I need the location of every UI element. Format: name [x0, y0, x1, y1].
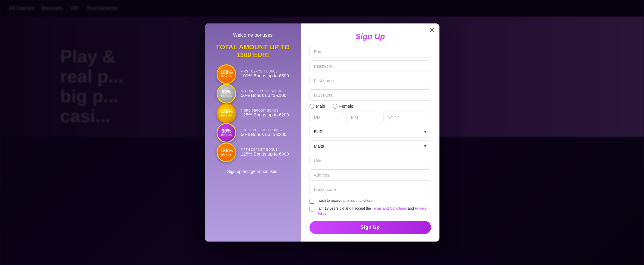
terms-checkbox-label[interactable]: I am 18 years old and I accept the Terms…	[317, 206, 431, 216]
bonus-percent-4: 50%	[222, 129, 231, 134]
bonus-badge-label-3: BONUS	[221, 114, 232, 117]
birthdate-yyyy-input[interactable]	[384, 112, 431, 123]
gender-male-radio[interactable]	[310, 104, 314, 109]
bonus-deposit-label-4: FOURTH DEPOSIT BONUS	[241, 128, 289, 132]
bonus-badge-label-5: BONUS	[221, 153, 232, 156]
signup-button[interactable]: Sign Up	[310, 221, 431, 234]
bonus-deposit-label-5: FIFTH DEPOSIT BONUS	[241, 148, 289, 151]
gender-male-text: Male	[316, 104, 325, 109]
bonus-badge-3: 125% BONUS	[217, 103, 236, 123]
terms-text-before: I am 18 years old and I accept the	[317, 206, 372, 211]
bonus-item-2: 50% BONUS SECOND DEPOSIT BONUS 50% Bonus…	[217, 84, 289, 103]
bonus-deposit-label-2: SECOND DEPOSIT BONUS	[241, 89, 289, 93]
signup-modal: Welcome bonuses TOTAL AMOUNT UP TO 1300 …	[205, 23, 439, 242]
terms-text-and: and	[407, 206, 415, 211]
gender-male-label[interactable]: Male	[310, 104, 325, 109]
bonus-item-3: 125% BONUS THIRD DEPOSIT BONUS 125% Bonu…	[217, 103, 289, 123]
bonus-amount-text-1: 100% Bonus up to €500	[241, 73, 289, 78]
bonus-text-1: FIRST DEPOSIT BONUS 100% Bonus up to €50…	[241, 70, 289, 78]
city-input[interactable]	[310, 155, 431, 166]
gender-female-label[interactable]: Female	[333, 104, 353, 109]
bonus-percent-2: 50%	[222, 90, 231, 94]
password-input[interactable]	[310, 60, 431, 72]
birthdate-dd-input[interactable]	[310, 112, 344, 123]
birthdate-row	[310, 112, 431, 123]
address-input[interactable]	[310, 169, 431, 181]
lastname-input[interactable]	[310, 89, 431, 101]
bonus-badge-5: 125% BONUS	[217, 143, 236, 162]
gender-group: Male Female	[310, 104, 431, 109]
bonus-badge-2: 50% BONUS	[217, 84, 236, 103]
currency-wrapper: EURUSDGBP ▼	[310, 126, 431, 137]
email-input[interactable]	[310, 46, 431, 57]
city-group	[310, 155, 431, 166]
bonus-deposit-label-1: FIRST DEPOSIT BONUS	[241, 70, 289, 73]
birthdate-mm-input[interactable]	[347, 112, 381, 123]
welcome-title: Welcome bonuses	[233, 32, 273, 38]
bonus-text-2: SECOND DEPOSIT BONUS 50% Bonus up to €10…	[241, 89, 289, 98]
signup-title: Sign Up	[310, 32, 431, 41]
bonus-text-5: FIFTH DEPOSIT BONUS 125% Bonus up to €30…	[241, 148, 289, 156]
bonus-amount-text-4: 50% Bonus up to €200	[241, 132, 289, 137]
gender-female-text: Female	[339, 104, 353, 109]
postal-group	[310, 184, 431, 195]
postal-input[interactable]	[310, 184, 431, 195]
welcome-amount: TOTAL AMOUNT UP TO 1300 EUR!	[212, 43, 294, 59]
bonus-amount-text-5: 125% Bonus up to €300	[241, 151, 289, 156]
bonus-percent-3: 125%	[220, 109, 233, 114]
lastname-group	[310, 89, 431, 101]
password-group	[310, 60, 431, 72]
bonus-amount-text-2: 50% Bonus up to €100	[241, 93, 289, 98]
address-group	[310, 169, 431, 181]
modal-right-panel: ✕ Sign Up Male Femal	[301, 23, 439, 242]
bonus-percent-1: 100%	[220, 70, 233, 75]
email-group	[310, 46, 431, 57]
firstname-input[interactable]	[310, 75, 431, 86]
bonus-item-4: 50% BONUS FOURTH DEPOSIT BONUS 50% Bonus…	[217, 123, 289, 143]
promo-checkbox-group: I wish to receive promotional offers	[310, 198, 431, 204]
bonus-badge-label-4: BONUS	[221, 134, 232, 137]
bonus-percent-5: 125%	[220, 148, 233, 153]
terms-checkbox-group: I am 18 years old and I accept the Terms…	[310, 206, 431, 216]
bonus-list: 100% BONUS FIRST DEPOSIT BONUS 100% Bonu…	[217, 64, 289, 162]
bonus-badge-label-1: BONUS	[221, 75, 232, 78]
modal-overlay: Welcome bonuses TOTAL AMOUNT UP TO 1300 …	[0, 0, 644, 265]
bonus-amount-text-3: 125% Bonus up to €200	[241, 112, 289, 117]
bonus-deposit-label-3: THIRD DEPOSIT BONUS	[241, 109, 289, 112]
currency-select[interactable]: EURUSDGBP	[310, 126, 431, 137]
bonus-badge-label-2: BONUS	[221, 94, 232, 97]
modal-left-panel: Welcome bonuses TOTAL AMOUNT UP TO 1300 …	[205, 23, 301, 242]
country-wrapper: MaltaUnited KingdomGermanyFrance ▼	[310, 140, 431, 152]
promo-checkbox-label[interactable]: I wish to receive promotional offers	[317, 198, 372, 203]
gender-female-radio[interactable]	[333, 104, 337, 109]
bonus-badge-4: 50% BONUS	[217, 123, 236, 143]
bonus-item-5: 125% BONUS FIFTH DEPOSIT BONUS 125% Bonu…	[217, 143, 289, 162]
firstname-group	[310, 75, 431, 86]
terms-link[interactable]: Terms and Conditions	[372, 206, 407, 211]
bonus-text-3: THIRD DEPOSIT BONUS 125% Bonus up to €20…	[241, 109, 289, 117]
close-button[interactable]: ✕	[429, 27, 435, 34]
bonus-item-1: 100% BONUS FIRST DEPOSIT BONUS 100% Bonu…	[217, 64, 289, 84]
terms-checkbox[interactable]	[310, 207, 314, 211]
promo-checkbox[interactable]	[310, 199, 314, 204]
country-select[interactable]: MaltaUnited KingdomGermanyFrance	[310, 140, 431, 152]
bonus-badge-1: 100% BONUS	[217, 64, 236, 84]
signup-promo: Sign up and get a bonuses!	[227, 169, 278, 174]
bonus-text-4: FOURTH DEPOSIT BONUS 50% Bonus up to €20…	[241, 128, 289, 137]
